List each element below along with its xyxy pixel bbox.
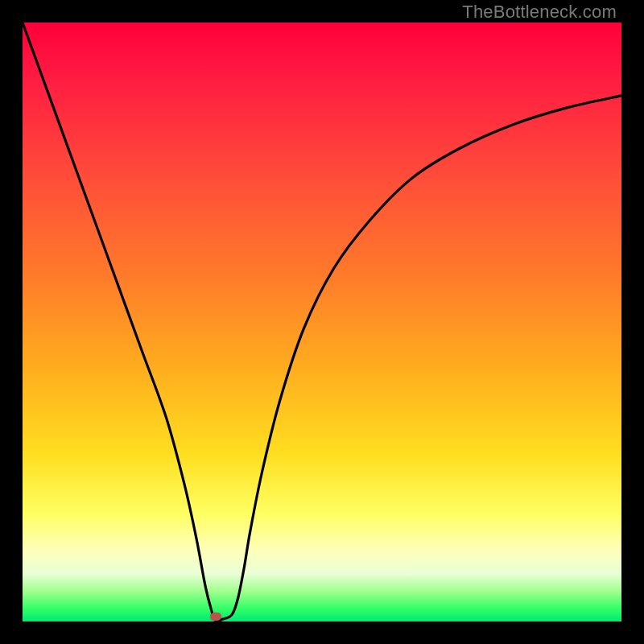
optimum-marker-icon xyxy=(210,613,221,621)
plot-area xyxy=(23,23,621,621)
watermark-text: TheBottleneck.com xyxy=(462,2,617,23)
bottleneck-curve xyxy=(23,23,621,621)
chart-frame: TheBottleneck.com xyxy=(0,0,644,644)
